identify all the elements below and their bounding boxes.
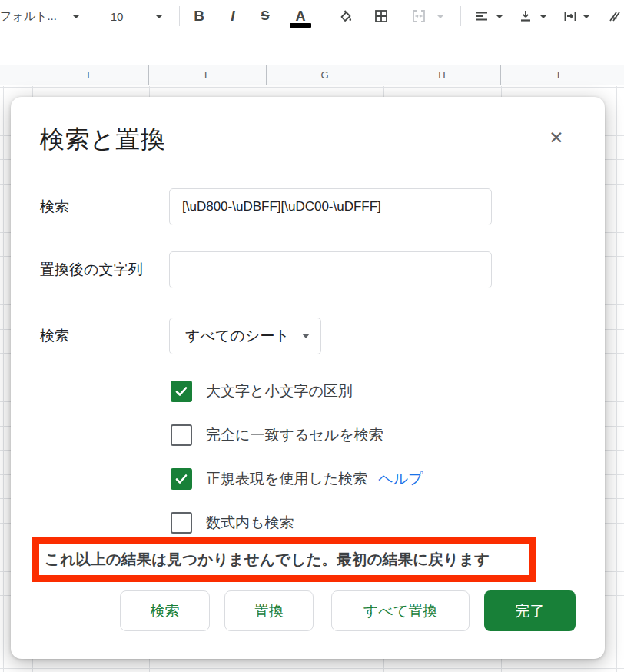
scope-label: 検索: [40, 328, 69, 344]
merge-cells-button[interactable]: [407, 0, 431, 32]
vertical-align-icon: [519, 9, 533, 23]
done-button[interactable]: 完了: [484, 590, 576, 631]
message-text: これ以上の結果は見つかりませんでした。最初の結果に戻ります: [39, 549, 490, 570]
replace-input[interactable]: [169, 251, 492, 288]
borders-icon: [374, 9, 388, 23]
column-header-H[interactable]: H: [383, 65, 501, 85]
replace-label: 置換後の文字列: [40, 261, 142, 278]
column-header-stub[interactable]: [0, 65, 32, 85]
help-link[interactable]: ヘルプ: [378, 469, 423, 489]
fill-color-icon: [339, 9, 353, 23]
column-headers: E F G H I: [0, 65, 624, 85]
text-color-swatch: [290, 23, 311, 28]
text-wrap-button[interactable]: [559, 0, 582, 32]
google-sheets-screen: フォルト... 10 B I S A: [0, 0, 624, 672]
checkbox-row-entire-cell: 完全に一致するセルを検索: [171, 424, 383, 446]
checkbox-row-formulas: 数式内も検索: [171, 512, 294, 534]
font-size-select[interactable]: 10: [101, 0, 132, 32]
column-header-partial[interactable]: [616, 65, 624, 85]
find-replace-dialog: 検索と置換 ✕ 検索 置換後の文字列 検索 すべてのシート 大文字と小文字の区別: [11, 97, 605, 659]
font-size-value: 10: [111, 10, 124, 23]
font-size-caret-icon[interactable]: [154, 0, 164, 32]
find-button[interactable]: 検索: [120, 590, 210, 631]
strikethrough-button[interactable]: S: [253, 0, 277, 32]
merge-cells-icon: [412, 9, 426, 23]
toolbar-separator: [91, 6, 91, 26]
match-entire-cell-checkbox[interactable]: [171, 424, 192, 446]
checkbox-row-regex: 正規表現を使用した検索 ヘルプ: [171, 468, 423, 490]
bold-button[interactable]: B: [187, 0, 211, 32]
fill-color-button[interactable]: [334, 0, 358, 32]
grid-line: [616, 86, 617, 672]
horizontal-align-button[interactable]: [470, 0, 493, 32]
column-header-F[interactable]: F: [149, 65, 267, 85]
borders-button[interactable]: [369, 0, 393, 32]
replace-all-button[interactable]: すべて置換: [331, 590, 470, 631]
search-scope-dropdown[interactable]: すべてのシート: [169, 318, 321, 354]
toolbar-separator: [324, 6, 324, 26]
search-label: 検索: [40, 198, 69, 215]
checkmark-icon: [174, 471, 189, 487]
toolbar-separator: [460, 6, 461, 26]
text-wrap-icon: [563, 9, 577, 23]
text-wrap-caret-icon[interactable]: [581, 0, 592, 32]
horizontal-align-caret-icon[interactable]: [494, 0, 505, 32]
search-input[interactable]: [169, 188, 492, 225]
vertical-align-button[interactable]: [514, 0, 537, 32]
toolbar-separator: [179, 6, 180, 26]
text-rotation-icon: [607, 9, 624, 23]
vertical-align-caret-icon[interactable]: [538, 0, 549, 32]
font-family-select[interactable]: フォルト...: [0, 0, 68, 32]
regex-search-checkbox[interactable]: [171, 468, 192, 490]
text-rotation-button[interactable]: [604, 0, 624, 32]
column-header-E[interactable]: E: [32, 65, 149, 85]
checkmark-icon: [174, 384, 189, 399]
column-header-G[interactable]: G: [267, 65, 383, 85]
scope-selected-value: すべてのシート: [185, 326, 290, 346]
align-left-icon: [475, 9, 489, 23]
formula-bar[interactable]: [0, 33, 624, 64]
font-family-value: フォルト...: [0, 9, 57, 24]
column-header-I[interactable]: I: [501, 65, 616, 85]
replace-button[interactable]: 置換: [224, 590, 314, 631]
search-in-formulas-checkbox[interactable]: [171, 512, 192, 534]
chevron-down-icon: [302, 334, 310, 338]
dialog-title: 検索と置換: [40, 123, 165, 157]
close-icon[interactable]: ✕: [539, 121, 573, 155]
formatting-toolbar: フォルト... 10 B I S A: [0, 0, 624, 32]
merge-cells-caret-icon[interactable]: [435, 0, 446, 32]
italic-button[interactable]: I: [221, 0, 245, 32]
grid-line: [3, 86, 4, 672]
match-case-checkbox[interactable]: [171, 381, 192, 402]
font-family-caret-icon[interactable]: [71, 0, 81, 32]
text-color-button[interactable]: A: [287, 0, 314, 32]
checkbox-row-match-case: 大文字と小文字の区別: [171, 381, 353, 402]
no-more-results-message: これ以上の結果は見つかりませんでした。最初の結果に戻ります: [32, 537, 536, 582]
